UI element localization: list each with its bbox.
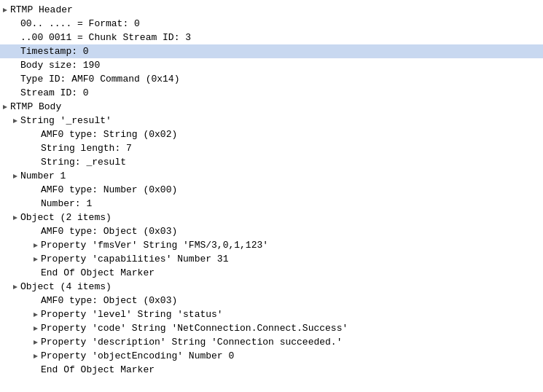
property-capabilities-text: Property 'capabilities' Number 31 [41, 254, 228, 264]
property-objectencoding-row[interactable]: Property 'objectEncoding' Number 0 [0, 349, 543, 363]
rtmp-header-expander[interactable] [0, 7, 10, 14]
property-objectencoding-text: Property 'objectEncoding' Number 0 [41, 350, 234, 361]
amf0-type-number-text: AMF0 type: Number (0x00) [41, 184, 177, 195]
property-description-row[interactable]: Property 'description' String 'Connectio… [0, 335, 543, 349]
svg-marker-6 [34, 257, 38, 262]
property-description-expander[interactable] [31, 339, 41, 346]
number1-row[interactable]: Number 1 [0, 169, 543, 183]
object2-label: Object (2 items) [20, 212, 112, 223]
amf0-type-object4-text: AMF0 type: Object (0x03) [41, 295, 177, 306]
amf0-type-string-text: AMF0 type: String (0x02) [41, 129, 177, 140]
field-type-id: Type ID: AMF0 Command (0x14) [20, 74, 179, 85]
rtmp-body-expander[interactable] [0, 103, 10, 111]
svg-marker-7 [13, 285, 17, 289]
property-fmsver-row[interactable]: Property 'fmsVer' String 'FMS/3,0,1,123' [0, 238, 543, 252]
object2-expander[interactable] [10, 214, 20, 222]
amf0-type-object2: AMF0 type: Object (0x03) [0, 224, 543, 238]
string-result-expander[interactable] [10, 117, 20, 125]
header-field-3: Body size: 190 [0, 58, 543, 72]
svg-marker-0 [3, 8, 7, 12]
string-value-text: String: _result [41, 157, 126, 168]
svg-marker-4 [13, 216, 17, 220]
field-timestamp: Timestamp: 0 [20, 46, 89, 57]
field-format: 00.. .... = Format: 0 [20, 18, 140, 29]
field-stream-id: Stream ID: 0 [20, 87, 89, 98]
packet-tree: RTMP Header 00.. .... = Format: 0 ..00 0… [0, 0, 543, 380]
amf0-type-object4: AMF0 type: Object (0x03) [0, 294, 543, 307]
svg-marker-11 [34, 354, 38, 358]
property-level-text: Property 'level' String 'status' [41, 309, 223, 320]
rtmp-body-label: RTMP Body [10, 101, 61, 112]
end-of-object-marker2: End Of Object Marker [0, 363, 543, 377]
property-capabilities-expander[interactable] [31, 256, 41, 263]
property-fmsver-expander[interactable] [31, 242, 41, 249]
end-of-object-marker1: End Of Object Marker [0, 266, 543, 280]
object2-row[interactable]: Object (2 items) [0, 211, 543, 224]
rtmp-header-label: RTMP Header [10, 4, 73, 15]
object4-label: Object (4 items) [20, 281, 112, 292]
property-description-text: Property 'description' String 'Connectio… [41, 337, 342, 348]
property-capabilities-row[interactable]: Property 'capabilities' Number 31 [0, 252, 543, 266]
header-field-2: Timestamp: 0 [0, 44, 543, 58]
end-of-object-marker2-text: End Of Object Marker [41, 364, 155, 375]
amf0-type-string: AMF0 type: String (0x02) [0, 128, 543, 141]
field-body-size: Body size: 190 [20, 60, 100, 71]
number1-label: Number 1 [20, 170, 66, 181]
svg-marker-2 [13, 119, 17, 123]
header-field-5: Stream ID: 0 [0, 86, 543, 100]
svg-marker-1 [3, 105, 7, 109]
amf0-type-object2-text: AMF0 type: Object (0x03) [41, 226, 177, 237]
svg-marker-10 [34, 340, 38, 345]
rtmp-body-row[interactable]: RTMP Body [0, 100, 543, 114]
svg-marker-5 [34, 243, 38, 248]
string-value: String: _result [0, 155, 543, 169]
property-objectencoding-expander[interactable] [31, 353, 41, 360]
string-result-row[interactable]: String '_result' [0, 114, 543, 128]
string-result-label: String '_result' [20, 115, 112, 126]
property-level-row[interactable]: Property 'level' String 'status' [0, 307, 543, 321]
svg-marker-9 [34, 326, 38, 331]
number1-expander[interactable] [10, 173, 20, 180]
header-field-1: ..00 0011 = Chunk Stream ID: 3 [0, 31, 543, 44]
svg-marker-8 [34, 313, 38, 317]
property-fmsver-text: Property 'fmsVer' String 'FMS/3,0,1,123' [41, 240, 268, 251]
number-value: Number: 1 [0, 197, 543, 211]
string-length-text: String length: 7 [41, 143, 132, 154]
object4-expander[interactable] [10, 283, 20, 291]
property-code-expander[interactable] [31, 325, 41, 332]
end-of-object-marker1-text: End Of Object Marker [41, 267, 155, 278]
object4-row[interactable]: Object (4 items) [0, 280, 543, 294]
svg-marker-3 [13, 174, 17, 179]
header-field-4: Type ID: AMF0 Command (0x14) [0, 72, 543, 86]
number-value-text: Number: 1 [41, 198, 92, 209]
amf0-type-number: AMF0 type: Number (0x00) [0, 183, 543, 197]
string-length: String length: 7 [0, 141, 543, 155]
property-level-expander[interactable] [31, 311, 41, 318]
header-field-0: 00.. .... = Format: 0 [0, 17, 543, 31]
property-code-text: Property 'code' String 'NetConnection.Co… [41, 323, 348, 334]
rtmp-header-row[interactable]: RTMP Header [0, 3, 543, 17]
field-chunk-stream: ..00 0011 = Chunk Stream ID: 3 [20, 32, 191, 43]
property-code-row[interactable]: Property 'code' String 'NetConnection.Co… [0, 321, 543, 335]
